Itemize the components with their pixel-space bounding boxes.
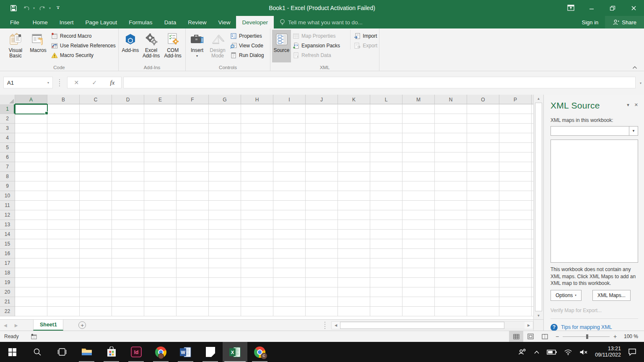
cell-B13[interactable] (47, 220, 80, 230)
cell-A11[interactable] (15, 201, 47, 210)
cell-E10[interactable] (144, 191, 177, 201)
tab-insert[interactable]: Insert (54, 16, 80, 28)
cell-E18[interactable] (144, 268, 177, 278)
cell-A10[interactable] (15, 191, 47, 201)
tell-me-search[interactable]: Tell me what you want to do... (280, 16, 363, 28)
insert-control-button[interactable]: Insert ▾ (187, 30, 207, 62)
row-header-22[interactable]: 22 (0, 307, 15, 316)
cell-L20[interactable] (370, 287, 402, 297)
cell-K14[interactable] (338, 230, 370, 239)
cell-B19[interactable] (47, 278, 80, 287)
cell-H2[interactable] (241, 114, 273, 124)
cell-F12[interactable] (177, 210, 209, 220)
cell-P2[interactable] (499, 114, 532, 124)
system-clock[interactable]: 13:21 09/11/2022 (595, 346, 621, 358)
cell-F11[interactable] (177, 201, 209, 210)
cell-M7[interactable] (402, 162, 435, 172)
properties-button[interactable]: Properties (230, 32, 264, 40)
cell-B22[interactable] (47, 307, 80, 316)
cell-F21[interactable] (177, 297, 209, 307)
cell-G11[interactable] (209, 201, 241, 210)
cell-B17[interactable] (47, 259, 80, 268)
cell-J19[interactable] (306, 278, 338, 287)
cell-I13[interactable] (273, 220, 306, 230)
scroll-down-arrow[interactable]: ▼ (534, 312, 543, 319)
insert-function-button[interactable]: fx (110, 79, 115, 86)
cell-I7[interactable] (273, 162, 306, 172)
cell-O18[interactable] (467, 268, 499, 278)
tab-developer[interactable]: Developer (236, 16, 274, 28)
excel-taskbar-button[interactable]: X (223, 342, 247, 362)
zoom-level[interactable]: 100 % (621, 334, 644, 339)
cell-H5[interactable] (241, 143, 273, 153)
macro-security-button[interactable]: Macro Security (51, 52, 116, 59)
name-box-dropdown-caret[interactable]: ▾ (44, 81, 52, 85)
cell-C22[interactable] (80, 307, 112, 316)
cell-E20[interactable] (144, 287, 177, 297)
cell-P19[interactable] (499, 278, 532, 287)
cell-L16[interactable] (370, 249, 402, 259)
collapse-ribbon-button[interactable] (632, 66, 637, 69)
row-header-6[interactable]: 6 (0, 153, 15, 162)
redo-dropdown-caret[interactable]: ▾ (49, 6, 51, 10)
cell-J14[interactable] (306, 230, 338, 239)
cell-O14[interactable] (467, 230, 499, 239)
cell-B14[interactable] (47, 230, 80, 239)
cell-I18[interactable] (273, 268, 306, 278)
cell-D6[interactable] (112, 153, 144, 162)
cell-N21[interactable] (435, 297, 467, 307)
column-header-F[interactable]: F (177, 95, 209, 104)
scroll-up-arrow[interactable]: ▲ (534, 95, 543, 102)
cell-B16[interactable] (47, 249, 80, 259)
cell-L18[interactable] (370, 268, 402, 278)
column-header-L[interactable]: L (370, 95, 402, 104)
cell-E13[interactable] (144, 220, 177, 230)
cell-D4[interactable] (112, 133, 144, 143)
cell-J7[interactable] (306, 162, 338, 172)
cell-A19[interactable] (15, 278, 47, 287)
tab-page-layout[interactable]: Page Layout (80, 16, 123, 28)
cell-N6[interactable] (435, 153, 467, 162)
cell-O5[interactable] (467, 143, 499, 153)
cell-M18[interactable] (402, 268, 435, 278)
xml-maps-listbox[interactable] (551, 140, 638, 263)
cell-P22[interactable] (499, 307, 532, 316)
cell-O15[interactable] (467, 239, 499, 249)
cell-L14[interactable] (370, 230, 402, 239)
cell-F5[interactable] (177, 143, 209, 153)
cell-G8[interactable] (209, 172, 241, 181)
cell-E21[interactable] (144, 297, 177, 307)
cell-F15[interactable] (177, 239, 209, 249)
cell-O10[interactable] (467, 191, 499, 201)
cell-D17[interactable] (112, 259, 144, 268)
cell-K7[interactable] (338, 162, 370, 172)
cell-M19[interactable] (402, 278, 435, 287)
cell-J1[interactable] (306, 104, 338, 114)
cell-O22[interactable] (467, 307, 499, 316)
cell-E15[interactable] (144, 239, 177, 249)
cell-K6[interactable] (338, 153, 370, 162)
cell-N5[interactable] (435, 143, 467, 153)
cell-F19[interactable] (177, 278, 209, 287)
normal-view-button[interactable] (509, 331, 523, 342)
combo-dropdown-caret[interactable]: ▼ (629, 127, 638, 135)
cell-A3[interactable] (15, 124, 47, 133)
cell-L19[interactable] (370, 278, 402, 287)
cell-A13[interactable] (15, 220, 47, 230)
column-header-K[interactable]: K (338, 95, 370, 104)
cell-D11[interactable] (112, 201, 144, 210)
cell-H3[interactable] (241, 124, 273, 133)
map-properties-button[interactable]: Map Properties (293, 32, 348, 40)
cell-B10[interactable] (47, 191, 80, 201)
cell-C5[interactable] (80, 143, 112, 153)
cell-F4[interactable] (177, 133, 209, 143)
cell-O19[interactable] (467, 278, 499, 287)
cell-G9[interactable] (209, 181, 241, 191)
cell-M9[interactable] (402, 181, 435, 191)
cell-N14[interactable] (435, 230, 467, 239)
row-header-19[interactable]: 19 (0, 278, 15, 287)
cell-F7[interactable] (177, 162, 209, 172)
cell-P21[interactable] (499, 297, 532, 307)
cell-D3[interactable] (112, 124, 144, 133)
cell-K9[interactable] (338, 181, 370, 191)
